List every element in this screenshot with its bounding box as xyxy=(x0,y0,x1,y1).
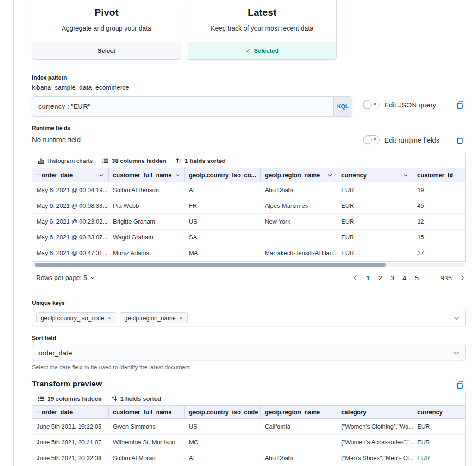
table-cell[interactable]: ["Women's Accessories","... xyxy=(337,435,413,450)
page-button-1[interactable]: 1 xyxy=(365,274,370,282)
chevron-down-icon[interactable] xyxy=(327,173,332,178)
column-header-customer-full-name[interactable]: customer_full_name xyxy=(109,406,185,418)
table-cell[interactable]: EUR xyxy=(337,198,413,213)
column-header-customer-id[interactable]: customer_id xyxy=(413,168,465,182)
pivot-select-button[interactable]: Select xyxy=(32,42,181,59)
toggle-thumb xyxy=(363,136,372,144)
remove-chip-icon[interactable] xyxy=(107,315,111,321)
table-cell[interactable]: US xyxy=(185,214,261,229)
column-header-geoip-country-iso-code[interactable]: geoip.country_iso_code xyxy=(185,406,261,418)
chevron-down-icon[interactable] xyxy=(176,173,180,178)
table-cell[interactable]: AE xyxy=(185,450,261,466)
column-header-category[interactable]: category xyxy=(337,406,413,418)
column-header-currency[interactable]: currency xyxy=(337,168,413,182)
table-cell[interactable]: May 6, 2021 @ 00:33:07... xyxy=(32,230,109,245)
copy-runtime-button[interactable] xyxy=(456,136,464,144)
table-cell[interactable]: Wilhemina St. Morrison xyxy=(109,435,185,450)
index-pattern-label: Index pattern xyxy=(32,75,67,81)
page-button-5[interactable]: 5 xyxy=(414,274,420,282)
chevron-down-icon[interactable] xyxy=(403,173,408,178)
table-cell[interactable]: EUR xyxy=(413,450,465,466)
column-header-customer-full-name[interactable]: customer_full_name xyxy=(109,168,185,182)
page-button-4[interactable]: 4 xyxy=(401,274,407,282)
table-cell[interactable]: 15 xyxy=(413,230,465,245)
copy-query-button[interactable] xyxy=(456,101,464,109)
sort-field-select[interactable]: order_date xyxy=(32,344,466,361)
table-cell[interactable]: EUR xyxy=(337,230,413,245)
previous-page-button[interactable] xyxy=(352,274,358,281)
table-cell[interactable]: 19 xyxy=(413,182,465,198)
table-cell[interactable]: May 6, 2021 @ 00:04:19... xyxy=(32,182,109,198)
chevron-down-icon xyxy=(90,275,95,280)
column-header-geoip-region-name[interactable]: geoip.region_name xyxy=(261,168,337,182)
table-cell[interactable]: June 5th 2021, 20:21:07 xyxy=(32,435,109,450)
fields-sorted-button[interactable]: 1 fields sorted xyxy=(175,157,225,164)
histogram-charts-button[interactable]: Histogram charts xyxy=(38,157,93,164)
page-button-935[interactable]: 935 xyxy=(439,274,453,282)
table-cell[interactable]: MC xyxy=(185,435,261,450)
page-button-2[interactable]: 2 xyxy=(377,274,383,282)
column-header-geoip-country-iso-code[interactable]: geoip.country_iso_co... xyxy=(185,168,261,182)
copy-preview-button[interactable] xyxy=(456,381,464,389)
table-cell[interactable]: Abu Dhabi xyxy=(261,182,337,198)
table-cell[interactable]: US xyxy=(185,419,261,434)
table-cell[interactable]: May 6, 2021 @ 00:47:31... xyxy=(32,245,109,261)
column-header-order-date[interactable]: order_date xyxy=(32,406,109,418)
unique-keys-combobox[interactable]: geoip.country_iso_code geoip.region_name xyxy=(32,309,466,327)
table-cell[interactable]: Pia Webb xyxy=(109,198,185,213)
table-cell[interactable]: California xyxy=(261,419,337,434)
table-cell[interactable]: EUR xyxy=(413,419,465,434)
chevron-down-icon[interactable] xyxy=(453,315,460,322)
table-cell[interactable]: May 6, 2021 @ 00:08:38... xyxy=(32,198,109,213)
table-cell[interactable]: EUR xyxy=(337,182,413,198)
columns-hidden-button[interactable]: 19 columns hidden xyxy=(38,395,102,402)
column-header-order-date[interactable]: order_date xyxy=(32,168,109,182)
columns-hidden-button[interactable]: 38 columns hidden xyxy=(102,157,166,164)
rows-per-page-button[interactable]: Rows per page: 5 xyxy=(36,274,95,281)
fields-sorted-button[interactable]: 1 fields sorted xyxy=(111,395,161,402)
table-cell[interactable]: Wagdi Graham xyxy=(109,230,185,245)
query-input[interactable]: currency : "EUR" KQL xyxy=(32,96,352,117)
table-cell[interactable]: EUR xyxy=(413,435,465,450)
table-cell[interactable]: SA xyxy=(185,230,261,245)
edit-runtime-fields-toggle[interactable] xyxy=(363,135,380,144)
table-cell[interactable]: ["Women's Clothing","Wo... xyxy=(337,419,413,434)
kql-language-button[interactable]: KQL xyxy=(333,97,352,116)
latest-selected-button[interactable]: Selected xyxy=(188,42,336,59)
chevron-left-icon xyxy=(352,274,358,281)
page-ellipsis: … xyxy=(426,274,433,282)
table-cell[interactable] xyxy=(261,435,337,450)
table-cell[interactable]: FR xyxy=(185,198,261,213)
table-cell[interactable]: Sultan Al Moran xyxy=(109,450,185,466)
table-cell[interactable]: Alpes-Maritimes xyxy=(261,198,337,213)
table-cell[interactable]: 12 xyxy=(413,214,465,229)
column-header-currency[interactable]: currency xyxy=(413,406,465,418)
next-page-button[interactable] xyxy=(459,274,466,281)
pivot-method-card[interactable]: Pivot Aggregate and group your data Sele… xyxy=(32,0,181,60)
table-cell[interactable]: ["Men's Shoes","Men's Cl... xyxy=(337,450,413,466)
table-cell[interactable]: Brigitte Graham xyxy=(109,214,185,229)
page-button-3[interactable]: 3 xyxy=(389,274,395,282)
table-cell[interactable] xyxy=(261,230,337,245)
table-cell[interactable]: EUR xyxy=(337,214,413,229)
horizontal-scrollbar-thumb[interactable] xyxy=(35,263,386,267)
table-cell[interactable]: New York xyxy=(261,214,337,229)
table-cell[interactable]: June 5th 2021, 19:22:05 xyxy=(32,419,109,434)
table-cell[interactable]: Sultan Al Benson xyxy=(109,182,185,198)
table-cell[interactable]: Abu Dhabi xyxy=(261,450,337,466)
chevron-down-icon[interactable] xyxy=(99,173,104,178)
table-cell[interactable]: June 5th 2021, 20:32:38 xyxy=(32,450,109,466)
remove-chip-icon[interactable] xyxy=(179,315,183,321)
table-cell[interactable]: May 6, 2021 @ 00:23:02... xyxy=(32,214,109,229)
latest-method-card[interactable]: Latest Keep track of your most recent da… xyxy=(188,0,337,60)
table-cell[interactable]: MA xyxy=(185,245,261,261)
column-header-geoip-region-name[interactable]: geoip.region_name xyxy=(261,406,337,418)
table-cell[interactable]: Gwen Simmons xyxy=(109,419,185,434)
table-cell[interactable]: AE xyxy=(185,182,261,198)
table-cell[interactable]: Muniz Adams xyxy=(109,245,185,261)
table-cell[interactable]: 45 xyxy=(413,198,465,213)
edit-json-query-toggle[interactable] xyxy=(363,100,380,109)
table-cell[interactable]: EUR xyxy=(337,245,413,261)
table-cell[interactable]: Marrakech-Tensift-Al Hao... xyxy=(261,245,337,261)
table-cell[interactable]: 37 xyxy=(413,245,465,261)
